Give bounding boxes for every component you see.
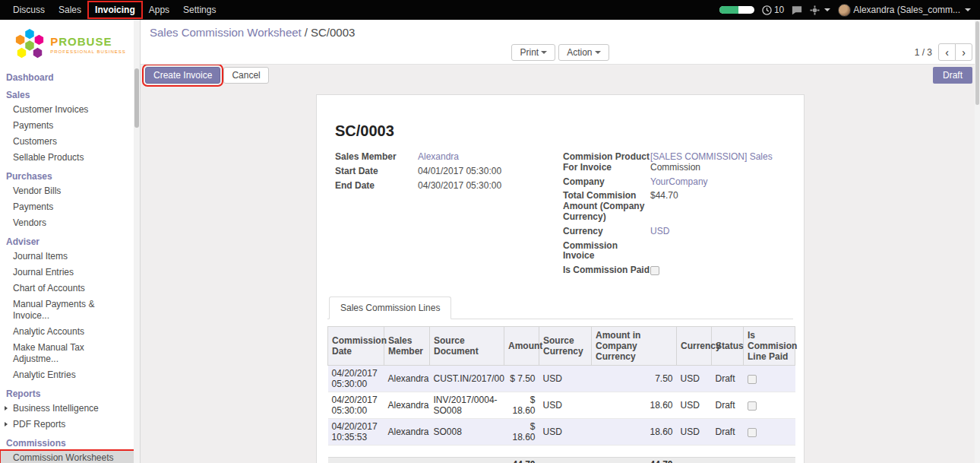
line-paid-checkbox[interactable] xyxy=(748,375,757,384)
cell-amount: $ 7.50 xyxy=(504,365,539,392)
sidebar-item-dashboard[interactable]: Dashboard xyxy=(0,67,134,84)
control-panel: Sales Commission Worksheet/SC/0003 Print… xyxy=(141,20,980,65)
messages-button[interactable] xyxy=(792,5,802,15)
col-amount[interactable]: Amount xyxy=(504,326,539,365)
is-commission-paid-checkbox[interactable] xyxy=(650,266,659,275)
sidebar-item-journal-entries[interactable]: Journal Entries xyxy=(0,265,134,281)
sidebar-item-sellable-products[interactable]: Sellable Products xyxy=(0,150,134,166)
sidebar-scrollbar[interactable] xyxy=(134,20,140,463)
cell-date: 04/20/2017 10:35:53 xyxy=(328,418,384,445)
caret-right-icon xyxy=(5,422,8,427)
sales-member-value[interactable]: Alexandra xyxy=(418,151,459,162)
cell-document: INV/2017/0004-SO008 xyxy=(430,392,504,418)
cell-source-currency: USD xyxy=(539,418,592,445)
sidebar-item-journal-items[interactable]: Journal Items xyxy=(0,249,134,265)
topbar-menu-settings[interactable]: Settings xyxy=(176,2,223,18)
col-sales-member[interactable]: Sales Member xyxy=(384,326,430,365)
pager-next-button[interactable]: › xyxy=(955,43,972,61)
line-paid-checkbox[interactable] xyxy=(748,428,757,437)
table-row[interactable]: 04/20/2017 05:30:00 Alexandra INV/2017/0… xyxy=(328,392,795,418)
col-commission-date[interactable]: Commission Date xyxy=(328,326,384,365)
pager-counter: 1 / 3 xyxy=(915,47,932,58)
debug-menu-button[interactable] xyxy=(810,5,830,15)
form-statusbar: Create Invoice Cancel Draft xyxy=(141,65,980,86)
sidebar-item-business-intelligence[interactable]: Business Intelligence xyxy=(0,401,134,417)
sidebar-header-reports[interactable]: Reports xyxy=(0,383,134,401)
col-amount-company-currency[interactable]: Amount in Company Currency xyxy=(592,326,677,365)
col-status[interactable]: Status xyxy=(712,326,744,365)
timer-widget[interactable] xyxy=(719,6,754,14)
table-row[interactable]: 04/20/2017 10:35:53 Alexandra SO008 $ 18… xyxy=(328,418,795,445)
sidebar-item-pdf-reports[interactable]: PDF Reports xyxy=(0,417,134,433)
action-dropdown-button[interactable]: Action xyxy=(558,44,609,61)
sidebar: PROBUSE PROFESSIONAL BUSINESS Dashboard … xyxy=(0,20,141,463)
logo-text: PROBUSE xyxy=(50,35,112,48)
col-currency[interactable]: Currency xyxy=(677,326,712,365)
cancel-button[interactable]: Cancel xyxy=(223,67,268,84)
sidebar-item-commission-worksheets[interactable]: Commission Worksheets xyxy=(0,450,134,463)
company-logo[interactable]: PROBUSE PROFESSIONAL BUSINESS xyxy=(0,20,140,67)
cell-company-amount: 18.60 xyxy=(592,392,677,418)
pager-previous-button[interactable]: ‹ xyxy=(938,43,956,61)
form-sheet: SC/0003 Sales Member Alexandra Start Dat… xyxy=(316,94,805,463)
col-is-commission-line-paid[interactable]: Is Commision Line Paid xyxy=(744,326,795,365)
sidebar-item-customer-invoices[interactable]: Customer Invoices xyxy=(0,102,134,118)
timer-progress xyxy=(719,6,738,14)
company-value[interactable]: YourCompany xyxy=(650,176,708,187)
sidebar-header-adviser[interactable]: Adviser xyxy=(0,231,134,249)
activity-count: 10 xyxy=(774,5,784,15)
tab-sales-commission-lines[interactable]: Sales Commission Lines xyxy=(329,297,451,319)
status-badge-draft[interactable]: Draft xyxy=(933,67,972,84)
gear-icon xyxy=(810,5,820,15)
chat-bubble-icon xyxy=(792,5,802,15)
field-group-left: Sales Member Alexandra Start Date 04/01/… xyxy=(335,152,563,280)
total-commission-amount-label: Total Commision Amount (Company Currency… xyxy=(563,191,650,222)
col-source-document[interactable]: Source Document xyxy=(430,326,504,365)
activity-indicator[interactable]: 10 xyxy=(762,5,784,15)
topbar-menu-invoicing[interactable]: Invoicing xyxy=(88,2,142,18)
company-amount-total: 44.70 xyxy=(592,457,677,463)
table-footer-totals: 44.70 44.70 xyxy=(328,457,795,463)
commission-invoice-value xyxy=(650,241,793,262)
cell-status: Draft xyxy=(712,365,744,392)
page-scrollbar-thumb[interactable] xyxy=(975,21,979,105)
clock-icon xyxy=(762,5,772,15)
sidebar-item-analytic-accounts[interactable]: Analytic Accounts xyxy=(0,324,134,340)
sidebar-item-payments[interactable]: Payments xyxy=(0,118,134,134)
sidebar-item-manual-payments-invoice[interactable]: Manual Payments & Invoice... xyxy=(0,297,134,324)
sidebar-item-vendors[interactable]: Vendors xyxy=(0,215,134,231)
chevron-down-icon xyxy=(541,51,547,54)
commission-invoice-label: Commission Invoice xyxy=(563,241,650,262)
sidebar-header-sales[interactable]: Sales xyxy=(0,84,134,102)
print-dropdown-button[interactable]: Print xyxy=(511,44,555,61)
sidebar-item-analytic-entries[interactable]: Analytic Entries xyxy=(0,367,134,383)
breadcrumb-parent-link[interactable]: Sales Commission Worksheet xyxy=(150,26,302,39)
sidebar-item-customers[interactable]: Customers xyxy=(0,134,134,150)
cell-date: 04/20/2017 05:30:00 xyxy=(328,365,384,392)
sidebar-item-make-manual-tax-adjustment[interactable]: Make Manual Tax Adjustme... xyxy=(0,340,134,367)
user-menu[interactable]: Alexandra (Sales_comm... xyxy=(838,4,971,17)
create-invoice-button[interactable]: Create Invoice xyxy=(145,67,220,84)
table-footer-spacer xyxy=(328,445,795,457)
sidebar-header-commissions[interactable]: Commissions xyxy=(0,433,134,450)
line-paid-checkbox[interactable] xyxy=(748,401,757,411)
sidebar-item-purchases-payments[interactable]: Payments xyxy=(0,199,134,215)
sidebar-item-vendor-bills[interactable]: Vendor Bills xyxy=(0,183,134,199)
user-name: Alexandra (Sales_comm... xyxy=(853,5,960,15)
topbar-menu-apps[interactable]: Apps xyxy=(142,2,176,18)
cell-company-amount: 7.50 xyxy=(592,365,677,392)
sidebar-scrollbar-thumb[interactable] xyxy=(134,68,139,128)
caret-right-icon xyxy=(5,406,8,411)
cell-status: Draft xyxy=(712,418,744,445)
topbar-menu-sales[interactable]: Sales xyxy=(52,2,88,18)
currency-value[interactable]: USD xyxy=(650,226,669,236)
cell-amount: $ 18.60 xyxy=(504,392,539,418)
topbar-menu-discuss[interactable]: Discuss xyxy=(6,2,52,18)
sidebar-item-chart-of-accounts[interactable]: Chart of Accounts xyxy=(0,281,134,297)
sidebar-header-purchases[interactable]: Purchases xyxy=(0,166,134,183)
commission-product-value[interactable]: [SALES COMMISSION] Sales xyxy=(650,151,773,162)
page-scrollbar[interactable] xyxy=(975,20,980,463)
table-row[interactable]: 04/20/2017 05:30:00 Alexandra CUST.IN/20… xyxy=(328,365,795,392)
pager: 1 / 3 ‹ › xyxy=(915,43,972,61)
col-source-currency[interactable]: Source Currency xyxy=(539,326,592,365)
